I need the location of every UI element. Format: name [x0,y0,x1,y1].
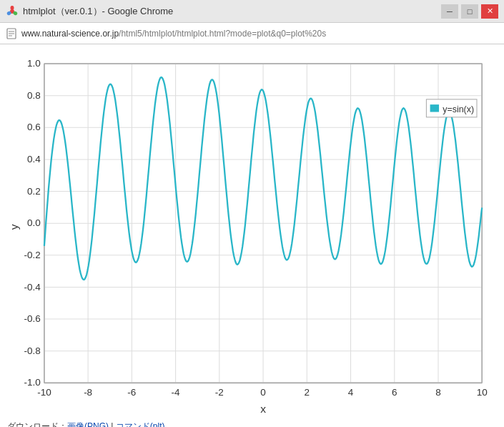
chart-svg: -10 -8 -6 -4 -2 0 2 4 6 8 10 1.0 0.8 0.6… [7,51,497,418]
chart-container: -10 -8 -6 -4 -2 0 2 4 6 8 10 1.0 0.8 0.6… [7,51,497,418]
svg-text:-0.4: -0.4 [24,282,41,293]
svg-text:0.4: 0.4 [27,154,41,165]
svg-text:-0.8: -0.8 [24,345,40,356]
address-domain: www.natural-science.or.jp [21,29,119,39]
download-label: ダウンロード： [7,421,67,427]
svg-text:-0.6: -0.6 [24,313,40,324]
svg-text:4: 4 [348,387,354,398]
y-axis-label: y [8,224,20,230]
close-button[interactable]: ✕ [481,4,498,19]
address-path: /html5/htmlplot/htmlplot.html?mode=plot&… [119,29,326,39]
footer: ダウンロード：画像(PNG) | コマンド(plt) [7,418,497,427]
svg-text:1.0: 1.0 [27,58,41,69]
svg-text:6: 6 [392,387,397,398]
svg-text:-2: -2 [215,387,224,398]
address-text: www.natural-science.or.jp/html5/htmlplot… [21,29,326,39]
app-icon [6,5,19,18]
page-icon [6,28,17,39]
svg-text:0: 0 [260,387,266,398]
svg-text:0.6: 0.6 [27,122,41,132]
window-controls[interactable]: ─ □ ✕ [441,4,498,19]
svg-text:-0.2: -0.2 [24,250,40,260]
svg-text:10: 10 [477,387,488,398]
legend-label: y=sin(x) [443,104,474,114]
window-title: htmlplot（ver.0.1）- Google Chrome [23,5,173,18]
svg-text:2: 2 [305,387,310,398]
title-bar-left: htmlplot（ver.0.1）- Google Chrome [6,5,173,18]
main-content: -10 -8 -6 -4 -2 0 2 4 6 8 10 1.0 0.8 0.6… [0,44,504,427]
svg-text:0.2: 0.2 [27,186,41,197]
svg-text:-1.0: -1.0 [24,378,40,388]
minimize-button[interactable]: ─ [441,4,458,19]
footer-separator: | [109,421,116,427]
image-download-link[interactable]: 画像(PNG) [67,421,109,427]
svg-text:-8: -8 [84,387,92,398]
svg-text:-4: -4 [172,387,180,398]
svg-point-1 [11,6,14,10]
svg-text:0.0: 0.0 [27,217,41,228]
address-bar: www.natural-science.or.jp/html5/htmlplot… [0,23,504,44]
legend-color-swatch [430,104,439,112]
x-tick-labels: -10 -8 -6 -4 -2 0 2 4 6 8 10 [37,387,488,398]
command-download-link[interactable]: コマンド(plt) [116,421,165,427]
svg-text:0.8: 0.8 [27,90,41,101]
y-tick-labels: 1.0 0.8 0.6 0.4 0.2 0.0 -0.2 -0.4 -0.6 -… [24,58,41,388]
svg-text:-6: -6 [127,387,136,398]
x-axis-label: x [260,403,266,415]
svg-text:8: 8 [435,387,440,398]
maximize-button[interactable]: □ [461,4,478,19]
title-bar: htmlplot（ver.0.1）- Google Chrome ─ □ ✕ [0,0,504,23]
svg-text:-10: -10 [37,387,51,398]
